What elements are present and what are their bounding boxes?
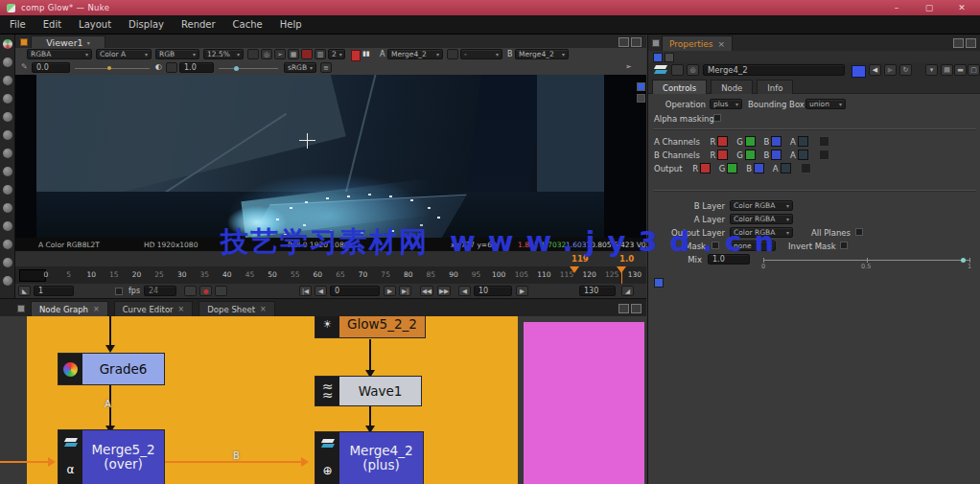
maximize-button[interactable]: ▢ xyxy=(917,2,942,13)
display-channel-dropdown[interactable]: Color A▾ xyxy=(96,49,152,59)
gain-slider-handle[interactable] xyxy=(107,66,111,70)
zoom-cursor-icon[interactable]: ➢ xyxy=(625,62,632,71)
goto-start-button[interactable]: |◀ xyxy=(299,286,312,296)
node-name-field[interactable]: Merge4_2 xyxy=(703,64,845,76)
viewer-side-icon[interactable] xyxy=(637,82,645,91)
pane-float-icon[interactable] xyxy=(966,38,976,48)
node-merge4-2[interactable]: ⊕ Merge4_2 (plus) xyxy=(315,431,424,484)
pointer-icon[interactable]: ➢ xyxy=(274,49,286,59)
toolbar-icon[interactable] xyxy=(3,76,12,85)
output-layer-dropdown[interactable]: Color RGBA▾ xyxy=(730,227,793,238)
bbox-dropdown[interactable]: union▾ xyxy=(805,99,846,109)
nodegraph-tab[interactable]: Dope Sheet × xyxy=(198,301,274,316)
pane-float-icon[interactable] xyxy=(631,37,642,47)
play-forward-button[interactable]: ▶ xyxy=(384,286,396,296)
toolbar-icon[interactable] xyxy=(3,112,12,122)
red-checkbox[interactable] xyxy=(717,150,728,160)
blue-checkbox[interactable] xyxy=(754,163,764,173)
node-merge5-2[interactable]: α Merge5_2 (over) xyxy=(58,429,165,484)
node-color-swatch[interactable] xyxy=(852,65,866,78)
proxy-toggle-icon[interactable] xyxy=(247,49,259,59)
playhead-marker[interactable] xyxy=(570,266,579,273)
pane-float-icon[interactable] xyxy=(631,304,642,313)
record-swatch-icon[interactable] xyxy=(351,50,361,61)
minimize-panel-icon[interactable]: ▬ xyxy=(954,64,967,76)
tab-properties[interactable]: Properties × xyxy=(662,35,733,52)
in-frame-field[interactable]: 1 xyxy=(34,286,74,296)
toolbar-icon[interactable] xyxy=(3,240,12,249)
all-planes-checkbox[interactable] xyxy=(855,228,863,236)
green-checkbox[interactable] xyxy=(745,150,756,160)
tab-viewer1[interactable]: Viewer1 ▾ xyxy=(31,35,105,49)
toolbar-icon[interactable] xyxy=(3,221,12,231)
revert-icon[interactable]: ↻ xyxy=(899,64,912,76)
mix-field[interactable]: 1.0 xyxy=(708,254,750,265)
lock-range-checkbox[interactable] xyxy=(115,288,123,295)
pane-dot-icon[interactable] xyxy=(652,39,660,47)
toolbar-icon[interactable] xyxy=(3,258,12,267)
goto-end-button[interactable]: ▶| xyxy=(399,286,411,296)
close-icon[interactable]: × xyxy=(260,305,267,313)
nodegraph-tab[interactable]: Curve Editor × xyxy=(114,301,194,316)
realtime-icon[interactable] xyxy=(184,286,197,296)
next-increment-button[interactable]: ▶▶ xyxy=(437,286,451,296)
menu-item[interactable]: Layout xyxy=(79,19,111,30)
layer-dropdown[interactable]: RGBA▾ xyxy=(27,49,92,59)
menu-item[interactable]: Display xyxy=(128,19,164,30)
nodegraph-tab[interactable]: Node Graph × xyxy=(31,301,108,316)
lock-icon[interactable] xyxy=(671,64,684,76)
red-checkbox[interactable] xyxy=(717,136,728,147)
step-forward-button[interactable]: ▶ xyxy=(516,286,528,296)
mix-slider-handle[interactable] xyxy=(961,258,966,263)
menu-item[interactable]: Edit xyxy=(43,19,61,30)
operation-dropdown[interactable]: plus▾ xyxy=(710,99,742,109)
green-checkbox[interactable] xyxy=(727,163,737,173)
wipe-mode-dropdown[interactable]: -▾ xyxy=(460,49,502,59)
timeline-ruler[interactable]: 0510152025303540455055606570758085909510… xyxy=(15,266,646,285)
nodegraph-canvas[interactable]: A B Grade6 ☀ Glow5_2_2 ≈≈ Wave1 xyxy=(0,316,646,484)
empty-panel-icon[interactable] xyxy=(665,53,674,62)
gain-slider[interactable] xyxy=(75,68,150,69)
input-b-dropdown[interactable]: Merge4_2▾ xyxy=(515,49,569,59)
gamma-slider[interactable] xyxy=(219,68,278,69)
wipe-icon[interactable] xyxy=(447,49,458,59)
undo-icon[interactable]: ◀ xyxy=(869,64,881,76)
float-panel-icon[interactable]: ▢ xyxy=(968,64,980,76)
blue-checkbox[interactable] xyxy=(771,150,782,160)
blue-checkbox[interactable] xyxy=(771,136,782,147)
target-icon[interactable]: ◎ xyxy=(261,49,272,59)
alpha-checkbox[interactable] xyxy=(798,136,808,147)
channels-dropdown[interactable]: RGB▾ xyxy=(155,49,199,59)
menu-item[interactable]: File xyxy=(10,19,26,30)
stripes-icon[interactable]: ▥ xyxy=(315,49,326,59)
toolbar-icon[interactable] xyxy=(3,203,12,213)
toolbar-icon[interactable] xyxy=(3,276,12,286)
properties-tab[interactable]: Node xyxy=(711,80,753,95)
toolbar-icon[interactable] xyxy=(3,130,12,140)
title-bar[interactable]: comp Glow* — Nuke – ▢ ✕ xyxy=(0,0,980,15)
toolbar-icon[interactable] xyxy=(3,185,12,195)
b-layer-dropdown[interactable]: Color RGBA▾ xyxy=(730,200,793,211)
corner-icon[interactable]: ◣ xyxy=(18,286,31,296)
fps-field[interactable]: 24 xyxy=(144,286,176,296)
node-grade6[interactable]: Grade6 xyxy=(58,353,165,385)
gamma-slider-handle[interactable] xyxy=(234,66,239,71)
node-glow5-2-2[interactable]: ☀ Glow5_2_2 xyxy=(315,316,426,338)
toolbar-icon[interactable] xyxy=(3,167,12,176)
pane-split-icon[interactable] xyxy=(618,304,629,313)
toolbar-icon[interactable] xyxy=(3,94,12,104)
resize-corner-icon[interactable]: ◢ xyxy=(621,286,634,296)
viewer-image-area[interactable] xyxy=(15,75,646,238)
downrez-dropdown[interactable]: 2▾ xyxy=(328,49,345,59)
gain-pencil-icon[interactable]: ✎ xyxy=(21,62,28,71)
green-checkbox[interactable] xyxy=(745,136,756,147)
menu-item[interactable]: Cache xyxy=(233,19,263,30)
gamma-field[interactable]: 1.0 xyxy=(179,62,214,73)
gain-field[interactable]: 0.0 xyxy=(32,62,70,73)
grid-icon[interactable]: ▦ xyxy=(288,49,299,59)
zoom-dropdown[interactable]: 12.5%▾ xyxy=(203,49,244,59)
toolbar-icon[interactable] xyxy=(3,58,12,67)
mask-dropdown[interactable]: none▾ xyxy=(730,241,776,251)
minimize-button[interactable]: – xyxy=(884,2,909,13)
current-frame-field[interactable]: 0 xyxy=(330,286,380,296)
